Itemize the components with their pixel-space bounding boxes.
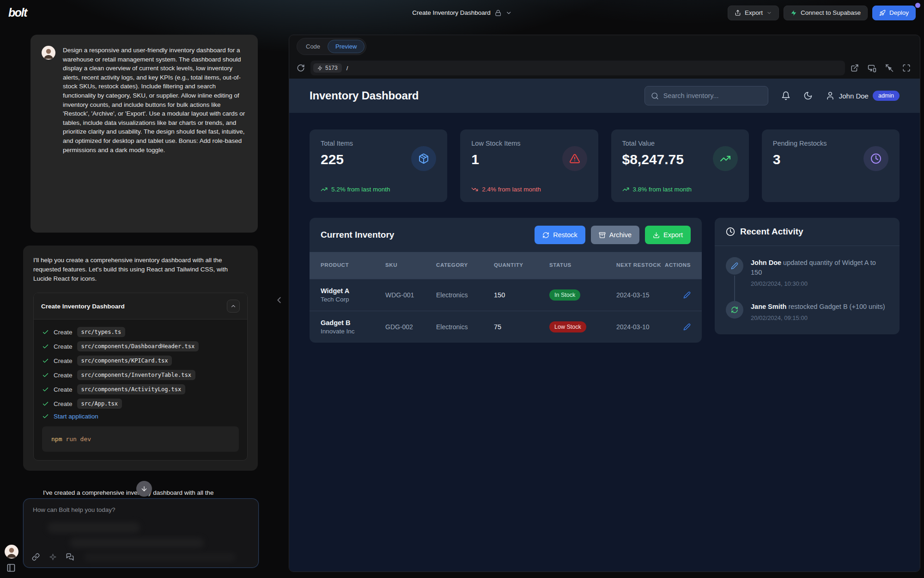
link-icon[interactable]: [32, 553, 40, 561]
table-header: PRODUCT SKU CATEGORY QUANTITY STATUS NEX…: [310, 252, 702, 279]
connect-supabase-button[interactable]: Connect to Supabase: [784, 6, 868, 20]
check-icon: [42, 372, 49, 379]
deploy-label: Deploy: [889, 9, 909, 16]
check-icon: [42, 329, 49, 336]
artifact-step: Create src/components/DashboardHeader.ts…: [42, 341, 239, 351]
file-chip[interactable]: src/components/ActivityLog.tsx: [77, 384, 186, 394]
supabase-label: Connect to Supabase: [801, 9, 861, 16]
edit-row-icon[interactable]: [683, 291, 691, 299]
project-title-menu[interactable]: Create Inventory Dashboard: [412, 0, 512, 25]
package-icon: [411, 146, 436, 171]
file-chip[interactable]: src/components/DashboardHeader.tsx: [77, 341, 199, 351]
assistant-intro-text: I'll help you create a comprehensive inv…: [33, 256, 248, 283]
project-title: Create Inventory Dashboard: [412, 9, 491, 16]
file-chip[interactable]: src/components/KPICard.tsx: [77, 356, 172, 366]
address-bar[interactable]: 5173 /: [310, 61, 845, 75]
supabase-bolt-icon: [790, 10, 797, 16]
user-name: John Doe: [839, 92, 869, 100]
table-row: Widget A Tech Corp WDG-001 Electronics 1…: [310, 279, 702, 311]
kpi-card-pending-restocks: Pending Restocks 3: [762, 129, 900, 202]
activity-item: Jane Smith restocked Gadget B (+100 unit…: [726, 301, 888, 323]
notifications-bell-icon[interactable]: [781, 91, 790, 100]
inventory-title: Current Inventory: [321, 230, 394, 240]
chevron-down-icon: [766, 10, 772, 16]
url-path: /: [346, 65, 348, 72]
chevron-down-icon[interactable]: [505, 10, 512, 16]
role-badge: admin: [873, 91, 900, 101]
user-icon: [826, 91, 835, 100]
dashboard-title: Inventory Dashboard: [310, 89, 419, 102]
kpi-grid: Total Items 225 5.2% from last month Low…: [310, 129, 900, 202]
assistant-message-card: I'll help you create a comprehensive inv…: [23, 246, 258, 471]
port-pill[interactable]: 5173: [313, 63, 342, 73]
check-icon: [42, 386, 49, 393]
check-icon: [42, 400, 49, 407]
trending-up-icon: [713, 146, 738, 171]
file-chip[interactable]: src/types.ts: [77, 327, 126, 337]
clock-icon: [726, 227, 735, 236]
kpi-trend: 2.4% from last month: [471, 186, 541, 193]
dark-mode-toggle-icon[interactable]: [803, 91, 813, 100]
user-menu[interactable]: John Doe admin: [826, 91, 900, 101]
sparkles-icon[interactable]: [49, 553, 57, 561]
file-chip[interactable]: src/App.tsx: [77, 399, 122, 409]
search-input[interactable]: [663, 92, 762, 99]
redacted-content: [84, 553, 236, 562]
status-badge: In Stock: [549, 289, 580, 301]
reload-icon[interactable]: [297, 64, 305, 72]
kpi-trend: 5.2% from last month: [321, 186, 390, 193]
account-avatar[interactable]: [5, 545, 18, 559]
export-csv-button[interactable]: Export: [645, 226, 691, 244]
artifact-step: Create src/types.ts: [42, 327, 239, 337]
sidebar-toggle-icon[interactable]: [6, 563, 16, 572]
activity-title: Recent Activity: [740, 227, 803, 237]
artifact-step: Create src/App.tsx: [42, 399, 239, 409]
chat-input-box[interactable]: [23, 498, 259, 568]
app-preview: Inventory Dashboard: [289, 79, 920, 572]
archive-button[interactable]: Archive: [591, 226, 639, 244]
preview-window: Code Preview 5173 /: [289, 35, 920, 572]
start-application-link[interactable]: Start application: [54, 413, 98, 420]
scroll-to-bottom-button[interactable]: [136, 481, 152, 497]
assistant-followup-text: I've created a comprehensive inventory d…: [43, 489, 283, 496]
inventory-search[interactable]: [644, 86, 768, 105]
tab-code[interactable]: Code: [298, 40, 328, 53]
table-row: Gadget B Innovate Inc GDG-002 Electronic…: [310, 311, 702, 343]
restock-activity-icon: [726, 301, 743, 319]
responsive-devices-icon[interactable]: [868, 64, 876, 73]
check-icon: [42, 357, 49, 364]
inventory-table-card: Current Inventory Restock Archive: [310, 218, 702, 343]
discuss-icon[interactable]: [66, 553, 74, 561]
restock-button[interactable]: Restock: [535, 226, 585, 244]
bolt-logo: bolt: [8, 6, 27, 19]
check-icon: [42, 413, 49, 420]
collapse-chat-chevron[interactable]: [274, 295, 284, 305]
inspector-icon[interactable]: [885, 64, 894, 72]
chat-panel: Design a responsive and user-friendly in…: [0, 25, 289, 578]
start-application-step: Start application: [42, 413, 239, 420]
kpi-card-total-value: Total Value $8,247.75 3.8% from last mon…: [611, 129, 749, 202]
edit-activity-icon: [726, 257, 743, 275]
activity-item: John Doe updated quantity of Widget A to…: [726, 257, 888, 301]
redacted-content: [70, 538, 204, 548]
terminal-command: npm run dev: [42, 426, 239, 452]
user-avatar: [42, 46, 55, 60]
edit-row-icon[interactable]: [683, 323, 691, 331]
dashboard-header: Inventory Dashboard: [289, 79, 920, 113]
status-badge: Low Stock: [549, 321, 586, 332]
check-icon: [42, 343, 49, 350]
export-button[interactable]: Export: [728, 6, 779, 20]
tab-preview[interactable]: Preview: [328, 40, 365, 53]
artifact-collapse-button[interactable]: [227, 300, 240, 313]
search-icon: [651, 92, 659, 100]
fullscreen-icon[interactable]: [902, 64, 911, 72]
artifact-step: Create src/components/KPICard.tsx: [42, 356, 239, 366]
file-chip[interactable]: src/components/InventoryTable.tsx: [77, 370, 195, 380]
port-number: 5173: [325, 65, 338, 71]
deploy-button[interactable]: Deploy: [872, 6, 916, 20]
lock-icon: [495, 10, 501, 16]
export-label: Export: [745, 9, 763, 16]
open-external-icon[interactable]: [851, 64, 859, 72]
share-icon: [735, 10, 741, 16]
artifact-title: Create Inventory Dashboard: [41, 303, 125, 310]
